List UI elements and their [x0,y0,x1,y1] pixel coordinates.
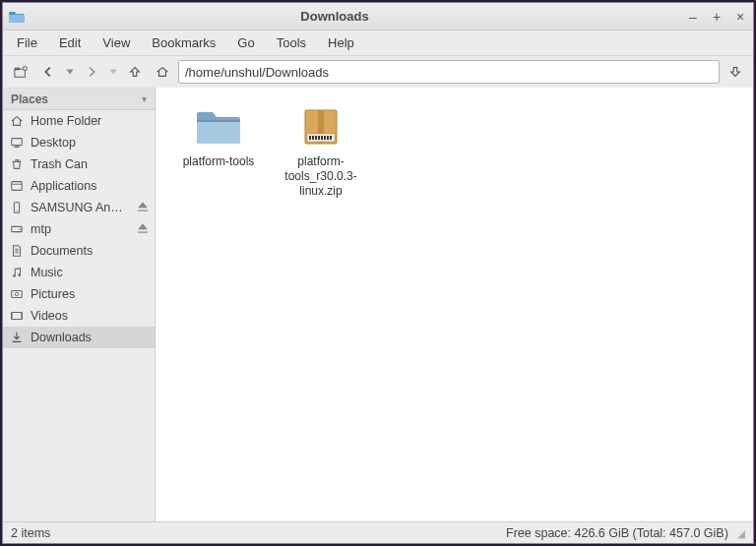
sidebar-item-downloads[interactable]: Downloads [3,327,155,348]
sidebar-item-label: Downloads [31,331,149,344]
sidebar-item-home[interactable]: Home Folder [3,110,155,132]
sidebar-item-label: Desktop [31,136,149,150]
folder-icon [9,9,25,25]
file-manager-window: Downloads – + × File Edit View Bookmarks… [2,2,754,544]
forward-button[interactable] [80,60,103,84]
sidebar-item-desktop[interactable]: Desktop [3,132,155,153]
window-title: Downloads [32,9,686,24]
menu-bookmarks[interactable]: Bookmarks [142,32,225,53]
new-tab-button[interactable] [9,60,32,84]
sidebar-header[interactable]: Places ▾ [3,89,155,110]
svg-rect-11 [12,291,23,298]
sidebar-item-videos[interactable]: Videos [3,305,155,327]
trash-icon [9,156,25,172]
menu-tools[interactable]: Tools [267,32,316,53]
sidebar-item-label: mtp [31,222,131,236]
status-item-count: 2 items [11,526,50,540]
go-button[interactable] [724,60,747,84]
toolbar: /home/unshul/Downloads [3,56,753,88]
svg-point-10 [18,273,21,276]
sidebar-item-label: SAMSUNG An… [31,201,131,214]
sidebar-item-music[interactable]: Music [3,262,155,283]
sidebar-item-label: Videos [31,309,149,323]
file-archive-platform-tools-zip[interactable]: platform-tools_r30.0.3-linux.zip [274,99,368,203]
sidebar-item-documents[interactable]: Documents [3,240,155,262]
menu-edit[interactable]: Edit [49,32,91,53]
apps-icon [9,178,25,194]
sidebar-item-label: Documents [31,244,149,258]
home-icon [9,113,25,129]
sidebar-item-label: Trash Can [31,157,149,171]
archive-icon [297,103,345,151]
forward-history-button[interactable] [107,60,119,84]
window-controls: – + × [686,9,747,25]
titlebar[interactable]: Downloads – + × [3,3,753,30]
sidebar-item-label: Applications [31,179,149,193]
menu-help[interactable]: Help [318,32,364,53]
videos-icon [9,308,25,324]
sidebar-item-label: Home Folder [31,114,149,128]
main-area: Places ▾ Home Folder Desktop Trash Can A… [3,88,753,521]
sidebar-item-mtp[interactable]: mtp [3,218,155,240]
home-button[interactable] [151,60,174,84]
menu-view[interactable]: View [93,32,140,53]
menu-go[interactable]: Go [227,32,264,53]
sidebar-item-trash[interactable]: Trash Can [3,153,155,175]
svg-point-12 [15,292,19,296]
sidebar-item-samsung[interactable]: SAMSUNG An… [3,197,155,218]
documents-icon [9,243,25,259]
svg-rect-1 [15,68,20,71]
sidebar-header-label: Places [11,92,48,106]
path-text: /home/unshul/Downloads [185,65,329,80]
sidebar: Places ▾ Home Folder Desktop Trash Can A… [3,88,156,521]
drive-icon [9,221,25,237]
close-button[interactable]: × [733,9,747,25]
svg-rect-4 [12,182,23,191]
sidebar-item-pictures[interactable]: Pictures [3,283,155,305]
pictures-icon [9,286,25,302]
downloads-icon [9,330,25,345]
resize-grip[interactable]: ◢ [737,528,745,539]
file-label: platform-tools_r30.0.3-linux.zip [278,154,364,199]
up-button[interactable] [123,60,147,84]
sidebar-item-label: Music [31,266,149,279]
path-input[interactable]: /home/unshul/Downloads [178,60,720,84]
svg-point-8 [20,228,22,230]
minimize-button[interactable]: – [686,9,700,25]
svg-point-6 [16,211,17,212]
eject-icon[interactable] [137,222,149,237]
eject-icon[interactable] [137,201,149,215]
status-free-space: Free space: 426.6 GiB (Total: 457.0 GiB) [506,526,728,540]
svg-rect-13 [12,313,23,320]
menu-file[interactable]: File [7,32,47,53]
desktop-icon [9,135,25,151]
maximize-button[interactable]: + [710,9,724,25]
file-label: platform-tools [183,154,255,169]
phone-icon [9,200,25,215]
folder-icon [195,103,242,151]
statusbar: 2 items Free space: 426.6 GiB (Total: 45… [3,521,753,543]
file-view[interactable]: platform-tools platform-tools_r30.0.3-li… [156,88,753,521]
back-button[interactable] [36,60,60,84]
sidebar-item-label: Pictures [31,287,149,301]
sidebar-item-applications[interactable]: Applications [3,175,155,197]
menubar: File Edit View Bookmarks Go Tools Help [3,30,753,56]
svg-rect-3 [12,139,23,146]
back-history-button[interactable] [64,60,76,84]
music-icon [9,265,25,280]
chevron-down-icon: ▾ [142,93,147,104]
file-folder-platform-tools[interactable]: platform-tools [171,99,266,173]
svg-point-9 [13,274,16,277]
